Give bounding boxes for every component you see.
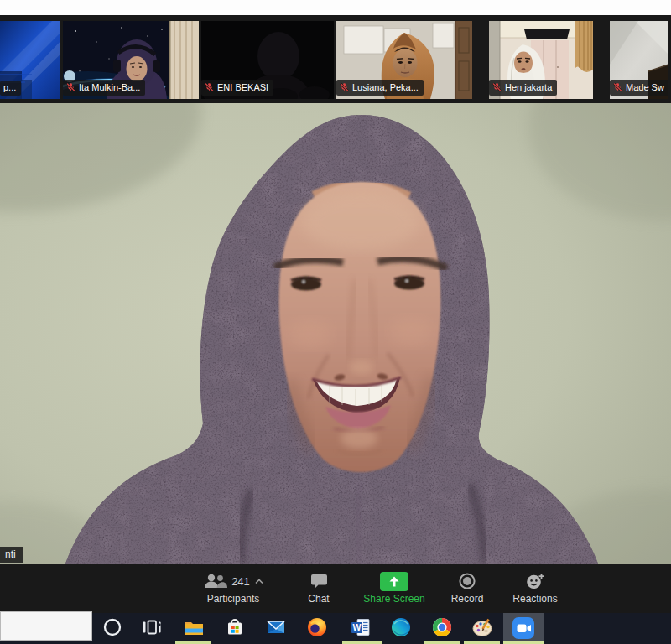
participant-name: nti [5,548,16,560]
chat-icon [310,574,328,589]
video-thumbnail-1[interactable]: p... [0,21,60,99]
zoom-meeting-window: p... [0,0,671,644]
participants-button[interactable]: 241 Participants [183,564,283,613]
windows-taskbar: W [0,613,671,644]
record-label: Record [451,593,484,605]
participant-name: Made Sw [626,83,664,92]
word-icon[interactable]: W [350,616,372,638]
participant-name-label: p... [0,80,21,96]
reactions-label: Reactions [512,593,557,605]
chrome-icon[interactable] [431,616,453,638]
participant-name: Lusiana, Peka... [352,83,419,92]
top-white-bar [0,0,671,15]
chevron-up-icon[interactable] [254,578,264,584]
cortana-search-icon[interactable] [101,616,123,638]
video-thumbnail-2[interactable]: Ita Mulkin-Ba... [63,21,199,99]
svg-text:W: W [353,622,362,632]
gallery-strip: p... [0,15,671,103]
mic-muted-icon [205,82,214,92]
paint-3d-icon[interactable] [471,616,493,638]
firefox-icon[interactable] [306,616,328,638]
edge-icon[interactable] [390,616,412,638]
video-thumbnail-3[interactable]: ENI BEKASI [201,21,334,99]
record-button[interactable]: Record [436,564,498,613]
file-explorer-icon[interactable] [183,616,205,638]
share-screen-icon [380,572,408,591]
participant-name: Ita Mulkin-Ba... [79,83,140,92]
zoom-taskbar-button-active[interactable] [503,613,544,644]
participant-name: Hen jakarta [505,83,552,92]
participant-name: p... [3,83,16,92]
participants-count: 241 [231,575,250,588]
participants-label: Participants [207,593,260,605]
participant-name-label: Hen jakarta [489,80,557,96]
video-thumbnail-5[interactable]: Hen jakarta [489,21,593,99]
taskbar-search-box[interactable] [0,611,92,641]
reactions-button[interactable]: Reactions [502,564,569,613]
chat-button[interactable]: Chat [290,564,347,613]
share-screen-label: Share Screen [363,593,424,605]
reactions-icon [525,572,545,590]
task-view-icon[interactable] [141,616,163,638]
participant-name-label: ENI BEKASI [201,80,273,96]
main-participant-name-label: nti [0,547,23,563]
microsoft-store-icon[interactable] [224,616,246,638]
participant-name: ENI BEKASI [217,83,268,92]
meeting-toolbar: 241 Participants Chat [0,564,671,613]
video-thumbnail-4[interactable]: Lusiana, Peka... [336,21,472,99]
mic-muted-icon [66,82,75,92]
record-icon [458,572,476,590]
main-video-feed: nti [0,103,671,564]
mic-muted-icon [340,82,349,92]
participant-name-label: Made Sw [610,80,668,96]
main-video-scene [0,103,671,564]
mail-icon[interactable] [265,616,287,638]
chat-label: Chat [308,593,329,605]
zoom-app-icon [512,616,535,640]
share-screen-button[interactable]: Share Screen [356,564,433,613]
participants-icon [202,573,227,589]
mic-muted-icon [492,82,502,92]
participant-name-label: Ita Mulkin-Ba... [63,80,145,96]
video-thumbnail-6[interactable]: Made Sw [610,21,668,99]
mic-muted-icon [613,82,622,92]
participant-name-label: Lusiana, Peka... [336,80,424,96]
